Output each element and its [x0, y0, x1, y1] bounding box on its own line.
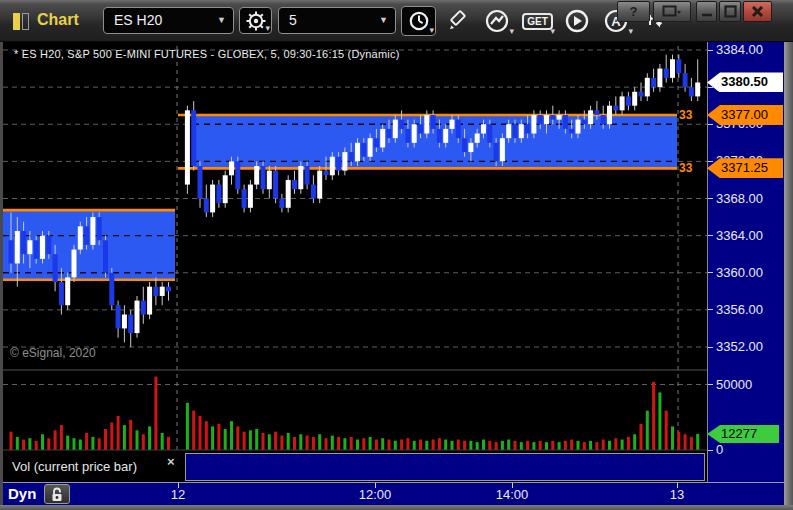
chevron-down-icon: ▾	[265, 24, 270, 33]
chart-window: Chart ES H20 ▼ ▾ 5 ▼	[0, 0, 793, 510]
chart-canvas[interactable]: 3333	[3, 42, 707, 452]
close-button[interactable]	[743, 1, 772, 22]
symbol-dropdown[interactable]: ES H20 ▼	[103, 7, 234, 34]
close-icon	[751, 5, 764, 18]
gear-icon	[245, 10, 267, 32]
time-axis[interactable]: Dyn 1212:0014:0013	[3, 482, 784, 505]
window-frame-bottom[interactable]	[0, 505, 793, 510]
price-axis[interactable]: 3384.003380.003376.003372.003368.003364.…	[707, 42, 784, 482]
get-icon: GET	[522, 13, 553, 30]
axis-tick-mark	[708, 161, 713, 162]
volume-tick-label: 0	[716, 442, 723, 457]
padlock-icon	[50, 487, 64, 502]
chart-app-icon	[13, 13, 31, 30]
pencil-icon	[446, 9, 470, 33]
symbol-value: ES H20	[114, 12, 162, 28]
symbol-settings-button[interactable]: ▾	[239, 7, 272, 34]
window-frame-left	[0, 42, 3, 510]
close-icon[interactable]: ×	[167, 454, 175, 469]
axis-tick-mark	[708, 50, 713, 51]
minimize-icon	[701, 6, 713, 18]
volume-indicator-strip: Vol (current price bar) ×	[3, 452, 185, 482]
axis-tick-mark	[708, 235, 713, 236]
axis-tick-mark	[708, 347, 713, 348]
interval-dropdown[interactable]: 5 ▼	[278, 7, 396, 34]
chevron-down-icon: ▾	[509, 27, 514, 36]
price-tick-label: 3360.00	[716, 265, 763, 280]
chevron-down-icon: ▾	[429, 26, 434, 35]
chevron-down-icon: ▼	[217, 8, 226, 33]
chevron-down-icon: ▾	[628, 27, 633, 36]
chevron-down-icon: ▼	[379, 8, 388, 33]
price-tick-label: 3368.00	[716, 191, 763, 206]
chevron-down-icon: ▾	[550, 27, 555, 36]
play-circle-icon	[564, 8, 590, 34]
replay-button[interactable]	[560, 6, 594, 36]
volume-pane-panel	[185, 453, 705, 481]
axis-tick-mark	[708, 87, 713, 88]
maximize-icon	[724, 5, 737, 18]
clock-icon	[408, 10, 430, 32]
chart-title-overlay: * ES H20, S&P 500 E-MINI FUTURES - GLOBE…	[14, 48, 400, 60]
popout-button[interactable]	[653, 1, 691, 22]
titlebar: Chart ES H20 ▼ ▾ 5 ▼	[0, 0, 793, 42]
clipped-line-price-label: 33	[679, 161, 693, 175]
time-tick-label: 14:00	[482, 487, 542, 502]
trendline-circle-icon	[484, 8, 510, 34]
time-templates-button[interactable]: ▾	[401, 6, 436, 36]
axis-tick-mark	[708, 309, 713, 310]
interval-value: 5	[289, 12, 297, 28]
popout-window-icon	[662, 5, 682, 19]
window-title: Chart	[37, 11, 79, 29]
draw-button[interactable]	[441, 6, 475, 36]
help-icon: ?	[630, 4, 638, 19]
clipped-line-price-label: 33	[679, 108, 693, 122]
volume-indicator-label: Vol (current price bar)	[12, 459, 137, 474]
help-button[interactable]: ?	[617, 1, 650, 22]
price-line-badge: 3377.00	[707, 105, 783, 125]
volume-tick-label: 50000	[716, 377, 752, 392]
time-tick-label: 12	[148, 487, 208, 502]
minimize-button[interactable]	[696, 1, 717, 22]
studies-button[interactable]: ▾	[479, 6, 515, 36]
price-tick-label: 3352.00	[716, 339, 763, 354]
price-tick-label: 3364.00	[716, 228, 763, 243]
time-tick-label: 13	[647, 487, 707, 502]
axis-tick-mark	[708, 450, 713, 451]
price-tick-label: 3384.00	[716, 42, 763, 57]
maximize-button[interactable]	[719, 1, 741, 22]
last-volume-badge: 12277	[707, 425, 779, 443]
scale-lock-button[interactable]	[44, 484, 70, 504]
dynamic-session-label: Dyn	[8, 485, 36, 502]
axis-tick-mark	[708, 272, 713, 273]
get-button[interactable]: GET ▾	[519, 6, 556, 36]
window-frame-right[interactable]	[784, 42, 793, 510]
time-tick-label: 12:00	[345, 487, 405, 502]
price-line-badge: 3371.25	[707, 158, 783, 178]
axis-tick-mark	[708, 198, 713, 199]
price-tick-label: 3356.00	[716, 302, 763, 317]
last-price-badge: 3380.50	[707, 72, 783, 92]
axis-tick-mark	[708, 384, 713, 385]
axis-tick-mark	[708, 124, 713, 125]
esignal-watermark: © eSignal, 2020	[10, 346, 96, 360]
